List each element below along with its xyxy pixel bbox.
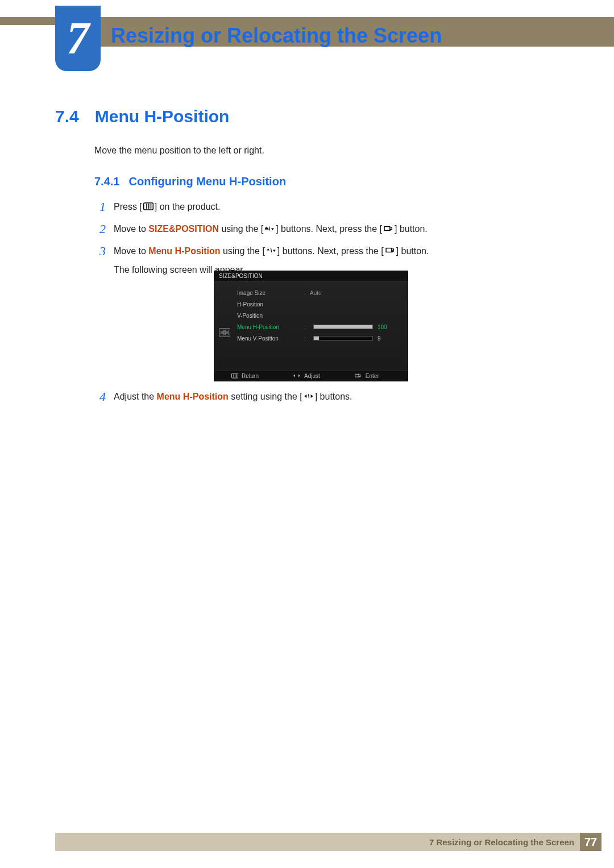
svg-line-12 — [271, 248, 271, 252]
subsection-title: Configuring Menu H-Position — [128, 175, 286, 188]
step-body: Adjust the Menu H-Position setting using… — [114, 389, 352, 405]
osd-footer-enter: Enter — [354, 373, 379, 380]
manual-page: 7 Resizing or Relocating the Screen 7.4 … — [0, 0, 614, 868]
footer-text: 7 Resizing or Relocating the Screen — [429, 837, 574, 847]
svg-marker-7 — [271, 228, 274, 230]
osd-title: SIZE&POSITION — [214, 271, 408, 281]
step-1: 1 Press [] on the product. — [94, 199, 549, 215]
up-down-icon — [264, 222, 275, 238]
step-body: Move to Menu H-Position using the [] but… — [114, 243, 429, 260]
step-text: ] buttons. Next, press the [ — [277, 246, 384, 256]
svg-rect-26 — [355, 374, 358, 377]
osd-row-image-size: Image Size : Auto — [237, 287, 402, 298]
step-body: Press [] on the product. — [114, 199, 220, 215]
step-highlight: Menu H-Position — [157, 392, 229, 401]
page-number-value: 77 — [584, 836, 597, 849]
step-text: ] on the product. — [155, 202, 221, 211]
osd-slider-fill — [314, 325, 372, 329]
left-right-icon — [293, 373, 301, 380]
step-text: Adjust the — [114, 392, 157, 401]
up-down-icon — [266, 243, 276, 259]
steps-list: 1 Press [] on the product. 2 Move to SIZ… — [94, 199, 549, 275]
osd-body: Image Size : Auto H-Position V-Position … — [214, 281, 408, 371]
step-number: 1 — [94, 199, 106, 215]
chapter-title: Resizing or Relocating the Screen — [111, 24, 442, 48]
step-text: Move to — [114, 224, 148, 234]
osd-slider-fill — [314, 337, 319, 340]
svg-line-6 — [269, 226, 270, 230]
osd-footer-label: Return — [242, 373, 259, 379]
menu-icon — [143, 200, 154, 215]
osd-footer-label: Enter — [366, 373, 379, 379]
section-number: 7.4 — [55, 107, 79, 126]
svg-rect-18 — [221, 333, 224, 335]
step-body: Move to SIZE&POSITION using the [] butto… — [114, 221, 428, 238]
step-number: 3 — [94, 243, 106, 259]
page-footer: 7 Resizing or Relocating the Screen 77 — [55, 833, 601, 851]
chapter-number: 7 — [67, 13, 89, 64]
osd-slider — [313, 336, 373, 340]
osd-footer-return: Return — [231, 373, 259, 380]
section-heading: 7.4 Menu H-Position — [55, 107, 229, 126]
left-right-icon — [304, 389, 314, 405]
osd-footer-adjust: Adjust — [293, 373, 320, 380]
subsection-heading: 7.4.1 Configuring Menu H-Position — [94, 175, 286, 188]
step-text: using the [ — [221, 246, 265, 256]
osd-value: 9 — [377, 335, 381, 342]
svg-marker-30 — [310, 394, 313, 398]
enter-icon — [354, 373, 362, 380]
osd-category-icon — [219, 328, 230, 337]
step-2: 2 Move to SIZE&POSITION using the [] but… — [94, 221, 549, 238]
step-text: ] buttons. — [315, 392, 352, 401]
svg-marker-24 — [293, 374, 295, 377]
svg-marker-13 — [273, 250, 276, 252]
subsection-number: 7.4.1 — [94, 175, 119, 188]
step-3: 3 Move to Menu H-Position using the [] b… — [94, 243, 549, 260]
step-number: 4 — [94, 389, 106, 405]
svg-marker-11 — [267, 248, 269, 251]
osd-value: 100 — [377, 324, 387, 330]
enter-icon — [383, 222, 393, 238]
section-intro: Move the menu position to the left or ri… — [94, 146, 264, 156]
osd-colon: : — [304, 324, 310, 330]
step-text: ] buttons. Next, press the [ — [276, 224, 382, 234]
osd-row-menu-h-position: Menu H-Position : 100 — [237, 321, 402, 333]
step-text: ] button. — [395, 224, 428, 234]
step-text: setting using the [ — [229, 392, 302, 401]
osd-row-v-position: V-Position — [237, 310, 402, 321]
svg-rect-19 — [225, 333, 229, 335]
osd-footer: Return Adjust Enter — [214, 371, 408, 381]
step-text: ] button. — [396, 246, 429, 256]
osd-label: V-Position — [237, 313, 304, 319]
step-text: using the [ — [219, 224, 263, 234]
osd-label: Menu H-Position — [237, 324, 304, 330]
menu-icon — [231, 373, 238, 380]
svg-marker-25 — [298, 374, 300, 377]
step-text: Press [ — [114, 202, 142, 211]
svg-rect-16 — [221, 330, 224, 332]
osd-footer-label: Adjust — [304, 373, 320, 379]
step-highlight: Menu H-Position — [148, 246, 220, 256]
osd-colon: : — [304, 290, 310, 296]
enter-icon — [385, 243, 395, 259]
svg-marker-28 — [304, 394, 306, 398]
osd-row-menu-v-position: Menu V-Position : 9 — [237, 333, 402, 344]
osd-label: Menu V-Position — [237, 335, 304, 342]
chapter-tab: 7 — [55, 6, 101, 71]
svg-rect-14 — [386, 248, 392, 252]
osd-screenshot: SIZE&POSITION Image Size : Auto H-Positi… — [214, 271, 408, 381]
osd-label: Image Size — [237, 290, 304, 296]
osd-slider — [313, 325, 373, 329]
osd-row-h-position: H-Position — [237, 298, 402, 310]
svg-rect-17 — [225, 330, 229, 332]
section-title: Menu H-Position — [95, 107, 230, 126]
osd-label: H-Position — [237, 301, 304, 308]
step-highlight: SIZE&POSITION — [148, 224, 219, 234]
step-number: 2 — [94, 221, 106, 237]
step-4: 4 Adjust the Menu H-Position setting usi… — [94, 389, 352, 405]
osd-colon: : — [304, 335, 310, 342]
osd-value: Auto — [310, 290, 344, 296]
page-number: 77 — [580, 833, 601, 851]
svg-line-29 — [308, 394, 309, 398]
step-text: Move to — [114, 246, 148, 256]
